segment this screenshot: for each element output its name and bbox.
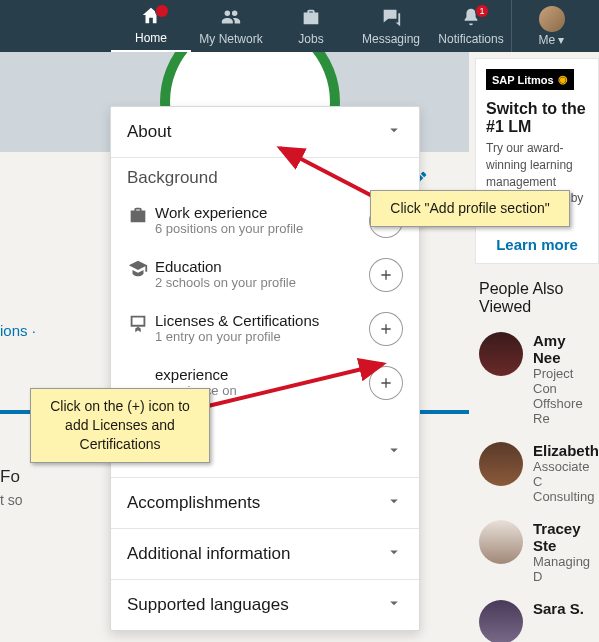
- accomplishments-label: Accomplishments: [127, 493, 260, 513]
- sponsor-title: Switch to the #1 LM: [486, 100, 588, 136]
- nav-network[interactable]: My Network: [191, 0, 271, 52]
- bg-item-sub: 2 schools on your profile: [155, 275, 369, 290]
- nav-jobs[interactable]: Jobs: [271, 0, 351, 52]
- fragment-ions: ions ·: [0, 322, 36, 339]
- languages-section[interactable]: Supported languages: [111, 580, 419, 630]
- background-header: Background: [127, 168, 403, 188]
- school-icon: [127, 258, 155, 284]
- nav-me[interactable]: Me ▾: [511, 0, 591, 52]
- people-also-viewed-header: People Also Viewed: [479, 280, 599, 316]
- about-label: About: [127, 122, 171, 142]
- callout-text: Click "Add profile section": [390, 200, 549, 216]
- add-section-dropdown: About Background Work experience 6 posit…: [110, 106, 420, 631]
- bg-item-label: Licenses & Certifications: [155, 312, 369, 329]
- bg-item-sub: 1 entry on your profile: [155, 329, 369, 344]
- plus-icon: [378, 321, 394, 337]
- person-card[interactable]: Sara S.: [475, 592, 599, 642]
- person-name: Sara S.: [533, 600, 584, 617]
- nav-network-label: My Network: [199, 32, 262, 46]
- annotation-callout-2: Click on the (+) icon to add Licenses an…: [30, 388, 210, 463]
- briefcase-icon: [127, 204, 155, 230]
- person-title2: Offshore Re: [533, 396, 595, 426]
- fragment-tso: t so: [0, 492, 23, 508]
- notif-badge: 1: [475, 4, 489, 18]
- nav-jobs-label: Jobs: [298, 32, 323, 46]
- chevron-down-icon: [385, 492, 403, 514]
- languages-label: Supported languages: [127, 595, 289, 615]
- bg-item-label: experience: [155, 366, 369, 383]
- avatar-icon: [539, 6, 565, 32]
- add-licenses-button[interactable]: [369, 312, 403, 346]
- learn-more-link[interactable]: Learn more: [486, 236, 588, 253]
- top-nav: Home My Network Jobs Messaging 1 Notific…: [0, 0, 599, 52]
- person-card[interactable]: Elizabeth Associate C Consulting: [475, 434, 599, 512]
- lock-icon: ◉: [558, 73, 568, 86]
- nav-notifications[interactable]: 1 Notifications: [431, 0, 511, 52]
- briefcase-icon: [300, 6, 322, 31]
- sponsor-logo: SAP Litmos ◉: [486, 69, 574, 90]
- chevron-down-icon: [385, 441, 403, 463]
- person-name: Amy Nee: [533, 332, 595, 366]
- person-avatar: [479, 600, 523, 642]
- bg-item-label: Education: [155, 258, 369, 275]
- nav-messaging-label: Messaging: [362, 32, 420, 46]
- nav-home-label: Home: [135, 31, 167, 45]
- callout-text: Click on the (+) icon to add Licenses an…: [50, 398, 190, 452]
- bg-item-work: Work experience 6 positions on your prof…: [127, 194, 403, 248]
- annotation-callout-1: Click "Add profile section": [370, 190, 570, 227]
- chevron-down-icon: [385, 594, 403, 616]
- people-icon: [220, 6, 242, 31]
- additional-label: Additional information: [127, 544, 290, 564]
- bg-item-education: Education 2 schools on your profile: [127, 248, 403, 302]
- nav-notif-label: Notifications: [438, 32, 503, 46]
- bg-item-licenses: Licenses & Certifications 1 entry on you…: [127, 302, 403, 356]
- main-row: www.em Add profile section More... About…: [0, 52, 599, 642]
- fragment-fo: Fo: [0, 467, 20, 487]
- accomplishments-section[interactable]: Accomplishments: [111, 478, 419, 529]
- left-column: www.em Add profile section More... About…: [0, 52, 469, 642]
- sponsor-card[interactable]: SAP Litmos ◉ Switch to the #1 LM Try our…: [475, 58, 599, 264]
- person-name: Tracey Ste: [533, 520, 595, 554]
- right-column: SAP Litmos ◉ Switch to the #1 LM Try our…: [469, 52, 599, 642]
- person-name: Elizabeth: [533, 442, 599, 459]
- bg-item-label: Work experience: [155, 204, 369, 221]
- add-education-button[interactable]: [369, 258, 403, 292]
- messaging-icon: [380, 6, 402, 31]
- nav-messaging[interactable]: Messaging: [351, 0, 431, 52]
- additional-section[interactable]: Additional information: [111, 529, 419, 580]
- person-avatar: [479, 520, 523, 564]
- person-avatar: [479, 442, 523, 486]
- add-volunteer-button[interactable]: [369, 366, 403, 400]
- plus-icon: [378, 267, 394, 283]
- bg-item-sub: 6 positions on your profile: [155, 221, 369, 236]
- person-title: Managing D: [533, 554, 595, 584]
- person-card[interactable]: Tracey Ste Managing D: [475, 512, 599, 592]
- sponsor-logo-text: SAP Litmos: [492, 74, 554, 86]
- person-avatar: [479, 332, 523, 376]
- person-card[interactable]: Amy Nee Project Con Offshore Re: [475, 324, 599, 434]
- certificate-icon: [127, 312, 155, 338]
- chevron-down-icon: [385, 543, 403, 565]
- home-badge: [155, 4, 169, 18]
- nav-me-label: Me ▾: [538, 33, 564, 47]
- person-title: Project Con: [533, 366, 595, 396]
- about-section[interactable]: About: [111, 107, 419, 158]
- nav-home[interactable]: Home: [111, 0, 191, 52]
- plus-icon: [378, 375, 394, 391]
- person-title2: Consulting: [533, 489, 599, 504]
- chevron-down-icon: [385, 121, 403, 143]
- person-title: Associate C: [533, 459, 599, 489]
